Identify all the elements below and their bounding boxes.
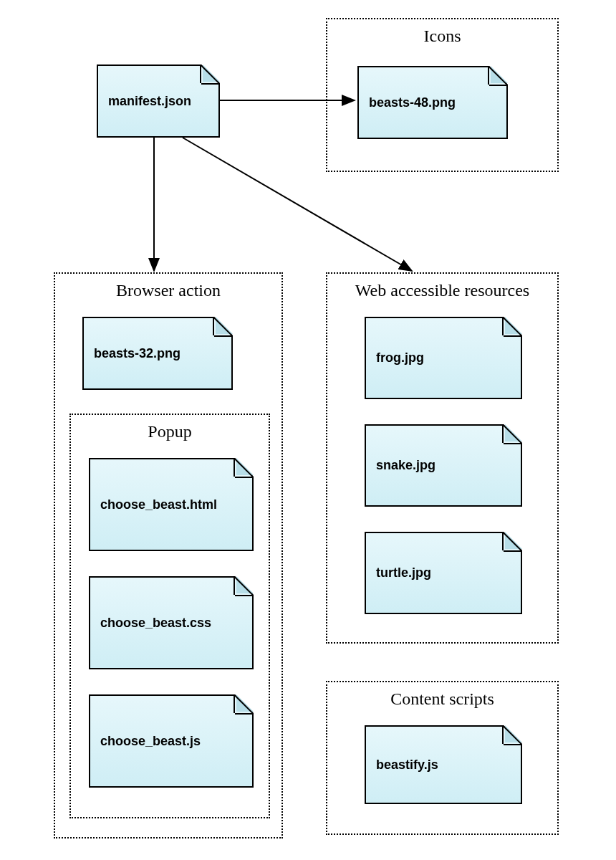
file-choose-beast-css: choose_beast.css (89, 576, 254, 669)
file-frog-jpg: frog.jpg (365, 317, 522, 399)
file-label: beasts-48.png (359, 95, 456, 110)
file-fold-icon (235, 458, 254, 477)
file-fold-icon (504, 424, 522, 443)
file-label: turtle.jpg (366, 565, 431, 580)
diagram-canvas: manifest.json Icons beasts-48.png Browse… (0, 0, 616, 860)
group-browser-action: Browser action beasts-32.png Popup choos… (54, 272, 283, 838)
file-fold-icon (235, 576, 254, 595)
file-fold-icon (201, 64, 220, 83)
file-fold-icon (504, 725, 522, 744)
file-label: beastify.js (366, 758, 438, 773)
file-fold-icon (504, 532, 522, 550)
file-label: choose_beast.css (90, 616, 211, 631)
file-label: choose_beast.html (90, 497, 217, 512)
group-content-scripts: Content scripts beastify.js (326, 681, 559, 835)
file-snake-jpg: snake.jpg (365, 424, 522, 507)
file-label: snake.jpg (366, 458, 435, 473)
group-title: Web accessible resources (327, 281, 557, 300)
file-fold-icon (214, 317, 233, 335)
file-beasts-32-png: beasts-32.png (82, 317, 233, 390)
file-label: choose_beast.js (90, 734, 201, 749)
file-fold-icon (489, 66, 508, 85)
file-beasts-48-png: beasts-48.png (357, 66, 508, 139)
group-title: Popup (71, 422, 269, 441)
group-title: Icons (327, 27, 557, 46)
file-turtle-jpg: turtle.jpg (365, 532, 522, 614)
file-fold-icon (504, 317, 522, 335)
file-choose-beast-html: choose_beast.html (89, 458, 254, 551)
group-icons: Icons beasts-48.png (326, 18, 559, 172)
group-web-accessible-resources: Web accessible resources frog.jpg snake.… (326, 272, 559, 644)
file-manifest-json: manifest.json (97, 64, 220, 138)
group-title: Browser action (55, 281, 281, 300)
file-label: manifest.json (98, 94, 191, 109)
file-beastify-js: beastify.js (365, 725, 522, 804)
group-title: Content scripts (327, 689, 557, 709)
file-label: frog.jpg (366, 350, 424, 366)
file-fold-icon (235, 694, 254, 713)
file-choose-beast-js: choose_beast.js (89, 694, 254, 788)
group-popup: Popup choose_beast.html choose_beast.css… (69, 414, 270, 818)
file-label: beasts-32.png (84, 346, 181, 361)
